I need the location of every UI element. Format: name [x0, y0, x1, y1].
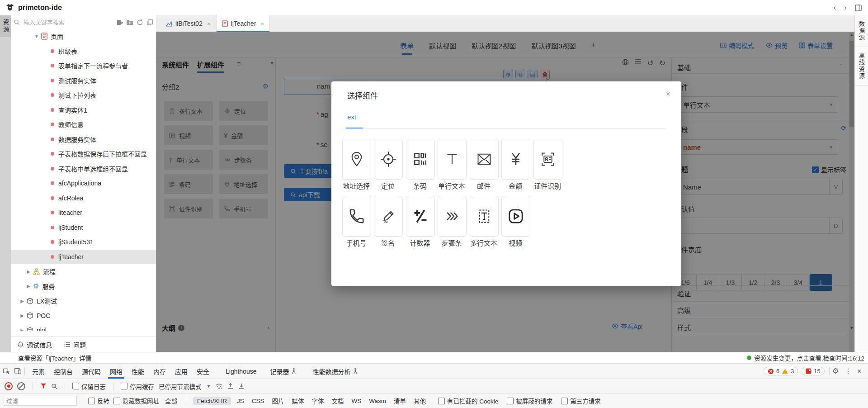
- filter-type-other[interactable]: 其他: [412, 395, 428, 406]
- component-card-video[interactable]: [501, 196, 530, 237]
- filter-type-ws[interactable]: WS: [350, 397, 363, 405]
- checkbox-icon[interactable]: [438, 398, 445, 404]
- checkbox-icon[interactable]: [121, 383, 127, 389]
- filter-type-all[interactable]: 全部: [163, 395, 179, 406]
- component-card-id-recognition[interactable]: [533, 139, 562, 180]
- tree-node-service[interactable]: ▶ ⚙ 服务: [11, 279, 156, 294]
- import-resource-icon[interactable]: [116, 19, 123, 26]
- tree-leaf-selected[interactable]: ljTeacher: [11, 250, 156, 265]
- tree-leaf[interactable]: liteacher: [11, 205, 156, 220]
- dialog-tab-ext[interactable]: ext: [347, 113, 356, 121]
- tree-node-flow[interactable]: ▶ 流程: [11, 264, 156, 279]
- devtools-tab-performance-insights[interactable]: 性能数据分析: [308, 364, 363, 379]
- activity-tab-resources[interactable]: 资源: [0, 15, 11, 37]
- search-input[interactable]: [23, 19, 113, 26]
- checkbox-icon[interactable]: [507, 398, 514, 404]
- resource-change-notice[interactable]: 资源发生变更，点击查看,检查时间:16:12: [747, 353, 864, 362]
- component-card-locate[interactable]: [374, 139, 403, 180]
- debug-info-tab[interactable]: 调试信息: [17, 340, 52, 349]
- component-card-phone[interactable]: [342, 196, 371, 237]
- filter-type-wasm[interactable]: Wasm: [367, 397, 388, 405]
- status-left-text[interactable]: 查看资源「ljTeacher」详情: [18, 353, 91, 362]
- tree-leaf[interactable]: afcRolea: [11, 191, 156, 206]
- history-forward-icon[interactable]: ›: [844, 3, 847, 12]
- collapse-all-icon[interactable]: [146, 19, 153, 26]
- console-counts-pill[interactable]: 6 3: [764, 367, 798, 375]
- expand-arrow-icon[interactable]: ▼: [33, 34, 40, 39]
- disable-cache-checkbox[interactable]: 停用缓存: [121, 382, 154, 391]
- devtools-tab-application[interactable]: 应用: [170, 364, 192, 379]
- tree-node-lx-test[interactable]: ▶ LX测试: [11, 294, 156, 308]
- editor-tab-ljteacher[interactable]: ljTeacher ×: [217, 15, 270, 32]
- devtools-tab-sources[interactable]: 源代码: [77, 364, 105, 379]
- clear-network-icon[interactable]: [17, 382, 25, 390]
- tree-leaf[interactable]: 子表格数据保存后下拉框不回显: [11, 147, 156, 161]
- invert-checkbox[interactable]: 反转: [88, 396, 109, 405]
- close-icon[interactable]: ×: [666, 90, 670, 99]
- close-devtools-icon[interactable]: ×: [857, 367, 862, 376]
- filter-type-manifest[interactable]: 清单: [392, 395, 408, 406]
- filter-input[interactable]: [4, 396, 77, 406]
- tree-leaf[interactable]: 测试服务实体: [11, 73, 156, 88]
- inspect-icon[interactable]: [3, 367, 10, 375]
- preserve-log-checkbox[interactable]: 保留日志: [72, 382, 106, 391]
- settings-gear-icon[interactable]: ⚙: [832, 366, 839, 376]
- close-tab-icon[interactable]: ×: [261, 20, 264, 27]
- filter-funnel-icon[interactable]: [40, 383, 47, 389]
- component-card-steps[interactable]: [438, 196, 467, 237]
- devtools-tab-console[interactable]: 控制台: [49, 364, 77, 379]
- component-card-signature[interactable]: [374, 196, 403, 237]
- problems-tab[interactable]: 问题: [64, 340, 86, 349]
- history-back-icon[interactable]: ‹: [834, 3, 836, 12]
- component-card-counter[interactable]: [406, 196, 435, 237]
- tree-leaf[interactable]: 班级表: [11, 44, 156, 59]
- checkbox-icon[interactable]: [88, 398, 95, 404]
- tree-node-poc[interactable]: ▶ POC: [11, 308, 156, 323]
- device-toolbar-icon[interactable]: [14, 367, 22, 375]
- tree-leaf[interactable]: 测试下拉列表: [11, 88, 156, 103]
- kebab-menu-icon[interactable]: ⋮: [844, 367, 852, 375]
- blocked-cookies-checkbox[interactable]: 有已拦截的 Cookie: [438, 396, 498, 405]
- throttling-select[interactable]: 已停用节流模式▼: [159, 382, 211, 391]
- tree-leaf[interactable]: 教师信息: [11, 117, 156, 132]
- import-har-icon[interactable]: [227, 383, 234, 389]
- component-card-multiline-text[interactable]: [470, 196, 499, 237]
- tree-node-clipped[interactable]: ▶ olol: [11, 323, 156, 331]
- filter-type-js[interactable]: JS: [235, 397, 246, 405]
- devtools-tab-elements[interactable]: 元素: [28, 364, 49, 379]
- tree-leaf[interactable]: ljStudent531: [11, 235, 156, 250]
- record-network-icon[interactable]: [5, 382, 13, 390]
- editor-tab-libitest02[interactable]: liBiTest02 ×: [160, 15, 217, 32]
- collapse-arrow-icon[interactable]: ▶: [25, 269, 32, 274]
- collapse-arrow-icon[interactable]: ▶: [25, 284, 32, 289]
- devtools-tab-memory[interactable]: 内存: [149, 364, 170, 379]
- tree-leaf[interactable]: afcApplicationa: [11, 176, 156, 191]
- offline-resources-tab[interactable]: 离线资源: [857, 52, 866, 80]
- component-card-mail[interactable]: [470, 139, 499, 180]
- devtools-tab-performance[interactable]: 性能: [127, 364, 149, 379]
- component-card-barcode[interactable]: [406, 139, 435, 180]
- search-network-icon[interactable]: [51, 383, 57, 389]
- component-card-amount[interactable]: [501, 139, 530, 180]
- export-har-icon[interactable]: [238, 383, 245, 389]
- window-layout-icon[interactable]: [855, 5, 862, 11]
- filter-type-css[interactable]: CSS: [250, 397, 266, 405]
- component-card-single-text[interactable]: [438, 139, 467, 180]
- refresh-icon[interactable]: [137, 19, 143, 26]
- network-conditions-icon[interactable]: [215, 383, 223, 389]
- tree-leaf[interactable]: 子表格中单选框组不回显: [11, 161, 156, 176]
- close-tab-icon[interactable]: ×: [207, 20, 211, 27]
- checkbox-icon[interactable]: [72, 383, 79, 389]
- component-card-address[interactable]: [342, 139, 371, 180]
- devtools-tab-recorder[interactable]: 记录器: [266, 364, 301, 379]
- filter-type-media[interactable]: 媒体: [290, 395, 306, 406]
- blocked-requests-checkbox[interactable]: 被屏蔽的请求: [507, 396, 552, 405]
- datasource-tab[interactable]: 数据源: [857, 21, 866, 41]
- devtools-tab-network[interactable]: 网络: [105, 364, 127, 379]
- filter-type-doc[interactable]: 文档: [330, 395, 346, 406]
- tree-node-pages[interactable]: ▼ 页面: [11, 29, 156, 44]
- collapse-arrow-icon[interactable]: ▶: [19, 313, 25, 318]
- checkbox-icon[interactable]: [561, 398, 568, 404]
- filter-type-fetch-xhr[interactable]: Fetch/XHR: [193, 397, 231, 405]
- third-party-checkbox[interactable]: 第三方请求: [561, 396, 601, 405]
